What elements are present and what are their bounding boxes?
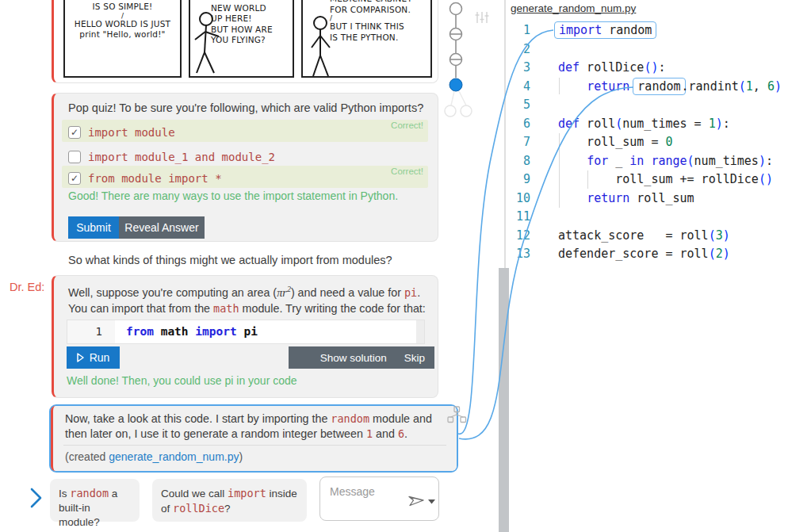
linked-token-box: random: [633, 78, 685, 95]
quiz-option-label: import module: [88, 126, 175, 139]
circle-icon[interactable]: [450, 3, 462, 15]
line-number: 1: [514, 21, 530, 40]
inline-code: import: [228, 487, 266, 499]
circle-minus-icon[interactable]: [450, 54, 462, 66]
comic-panel-3-text: MEDICINE CABINETFOR COMPARISON./BUT I TH…: [330, 0, 430, 43]
line-number: 9: [514, 170, 530, 189]
comic-text-line: print "Hello, world!": [65, 29, 180, 40]
show-solution-button[interactable]: Show solution: [320, 352, 387, 364]
reveal-answer-button[interactable]: Reveal Answer: [119, 216, 205, 239]
checkbox-unchecked[interactable]: [68, 151, 81, 163]
text-segment: module. Try writing the code for that:: [239, 302, 426, 315]
inline-code-editor[interactable]: 1 from math import pi: [67, 320, 425, 344]
suggestion-chip[interactable]: Could we call import inside of rollDice?: [152, 479, 307, 522]
checkbox-checked[interactable]: ✓: [68, 126, 81, 139]
lesson-timeline[interactable]: [445, 3, 472, 117]
circle-ghost-icon: [445, 105, 456, 117]
created-file-link[interactable]: generate_random_num.py: [109, 450, 239, 463]
comic-panel-3: MEDICINE CABINETFOR COMPARISON./BUT I TH…: [301, 0, 432, 78]
quiz-feedback: Good! There are many ways to use the imp…: [68, 189, 398, 202]
submit-button[interactable]: Submit: [68, 216, 119, 239]
circle-minus-icon[interactable]: [450, 29, 462, 40]
text-segment: Is: [59, 488, 70, 499]
text-segment: .: [404, 427, 407, 440]
indent-guide: [587, 170, 588, 189]
code-line[interactable]: 5: [514, 96, 782, 115]
line-number: 12: [514, 227, 530, 246]
comic-text-line: FOR COMPARISON.: [330, 5, 430, 16]
tutor-paragraph: Well, suppose you're computing an area (…: [68, 281, 431, 316]
code-line[interactable]: 13defender_score = roll(2): [514, 245, 782, 264]
chevron-right-icon[interactable]: [32, 489, 40, 507]
line-number: 3: [514, 59, 530, 78]
code-line[interactable]: 10 return roll_sum: [514, 189, 782, 209]
comic-text-line: IS SO SIMPLE!: [65, 2, 180, 13]
inline-code: random: [70, 487, 109, 499]
message-input[interactable]: [328, 484, 407, 517]
sliders-icon[interactable]: [476, 12, 489, 23]
circle-ghost-icon: [461, 105, 472, 117]
code-text: def roll(num_times = 1):: [558, 117, 730, 131]
tutor-message-card: Well, suppose you're computing an area (…: [52, 275, 438, 398]
linked-token-box: import random: [554, 21, 656, 39]
tutor-name-label: Dr. Ed:: [10, 281, 44, 293]
quiz-option-row[interactable]: ✓import moduleCorrect!: [62, 120, 428, 142]
code-line[interactable]: 11: [514, 208, 782, 227]
created-file-note: (created generate_random_num.py): [65, 450, 243, 463]
code-line[interactable]: 7 roll_sum = 0: [514, 133, 782, 152]
file-name-tab[interactable]: generate_random_num.py: [511, 2, 636, 14]
code-line[interactable]: 8 for _ in range(num_times):: [514, 152, 782, 171]
text-segment: and: [373, 427, 398, 440]
comic-text-line: HELLO WORLD IS JUST: [65, 19, 180, 30]
code-line[interactable]: 3def rollDice():: [514, 59, 782, 78]
scrollbar-thumb[interactable]: [499, 268, 509, 532]
checkbox-checked[interactable]: ✓: [68, 172, 81, 185]
line-number: 6: [514, 115, 530, 134]
inline-code: pi: [404, 286, 417, 299]
tutor-feedback: Well done! Then, you could use pi in you…: [67, 374, 297, 387]
code-editor[interactable]: 1import random23def rollDice():4 return …: [514, 21, 782, 264]
play-outline-icon: [77, 353, 84, 362]
code-line[interactable]: 12attack_score = roll(3): [514, 227, 782, 246]
code-line[interactable]: 9 roll_sum += rollDice(): [514, 170, 782, 189]
code-line[interactable]: 4 return random.randint(1, 6): [514, 78, 782, 97]
text-segment: Now, take a look at this code. I start b…: [65, 412, 331, 425]
quiz-option-row[interactable]: ✓from module import *Correct!: [62, 166, 428, 188]
editor-code-line[interactable]: from math import pi: [126, 320, 258, 343]
quiz-option-row[interactable]: import module_1 and module_2: [62, 148, 428, 166]
comic-text-line: /: [330, 15, 430, 21]
interlude-text: So what kinds of things might we actuall…: [68, 254, 392, 266]
code-text: attack_score = roll(3): [558, 228, 730, 243]
editor-line-number: 1: [67, 320, 115, 343]
code-text: import random: [558, 23, 652, 37]
inline-code: rollDice: [173, 502, 224, 515]
run-button[interactable]: Run: [67, 346, 120, 369]
code-line[interactable]: 1import random: [514, 21, 782, 40]
text-segment: ) and need a value for: [291, 286, 404, 299]
line-number: 10: [514, 189, 530, 209]
code-text: def rollDice():: [558, 60, 665, 75]
line-number: 8: [514, 152, 530, 171]
comic-message-card: IS SO SIMPLE!/HELLO WORLD IS JUSTprint "…: [52, 0, 438, 83]
skip-button[interactable]: Skip: [404, 352, 425, 364]
inline-code: random: [331, 412, 369, 425]
highlighted-message-body: Now, take a look at this code. I start b…: [51, 406, 457, 471]
circle-filled-icon[interactable]: [449, 78, 462, 91]
line-number: 5: [514, 96, 530, 115]
code-line[interactable]: 2: [514, 40, 782, 59]
code-text: defender_score = roll(2): [558, 247, 730, 261]
comic-panel-2-text: IT'S A WHOLENEW WORLDUP HERE!BUT HOW ARE…: [211, 0, 293, 46]
message-divider: [63, 445, 446, 446]
highlighted-message-card[interactable]: Now, take a look at this code. I start b…: [49, 404, 458, 473]
text-segment: πr: [277, 286, 287, 299]
message-composer[interactable]: [319, 477, 439, 521]
line-number: 2: [514, 40, 530, 59]
suggestion-chip[interactable]: Is random a built-in module?: [50, 479, 140, 522]
run-button-label: Run: [90, 351, 110, 364]
created-suffix: ): [239, 450, 243, 463]
comic-text-line: YOU FLYING?: [211, 35, 293, 46]
editor-scroll-strip: [416, 320, 424, 343]
correct-badge: Correct!: [391, 166, 423, 176]
created-prefix: (created: [65, 450, 109, 463]
code-line[interactable]: 6def roll(num_times = 1):: [514, 115, 782, 134]
